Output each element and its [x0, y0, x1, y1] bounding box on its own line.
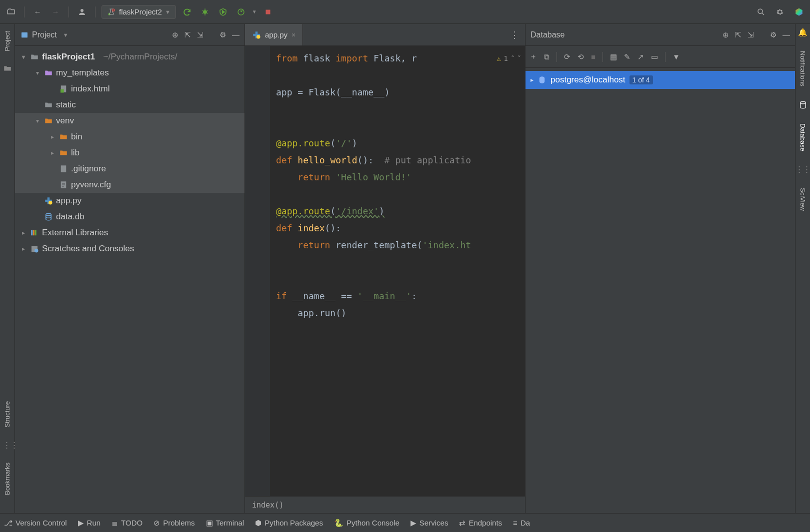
- tree-folder[interactable]: ▸ bin: [15, 129, 244, 145]
- run-config-selector[interactable]: flaskProject2 ▼: [102, 5, 176, 19]
- bell-icon[interactable]: 🔔: [798, 28, 808, 37]
- tree-file[interactable]: .gitignore: [15, 161, 244, 177]
- query-console-icon[interactable]: ▭: [651, 52, 658, 61]
- open-folder-icon[interactable]: [4, 5, 18, 19]
- nav-forward-icon[interactable]: →: [48, 5, 62, 19]
- notifications-tool-tab[interactable]: Notifications: [798, 48, 808, 89]
- chevron-right-icon[interactable]: ▸: [49, 133, 56, 140]
- inspection-widget[interactable]: ⚠ 1 ˄ ˅: [496, 50, 521, 67]
- datasource-label: postgres@localhost: [550, 75, 626, 85]
- tree-external-libs[interactable]: ▸ External Libraries: [15, 225, 244, 241]
- svg-point-3: [203, 10, 207, 14]
- table-icon[interactable]: ▦: [610, 52, 617, 61]
- database-icon[interactable]: [798, 100, 808, 109]
- expand-all-icon[interactable]: ⇱: [735, 30, 742, 39]
- tabs-overflow-icon[interactable]: ⋮: [504, 29, 525, 40]
- hide-icon[interactable]: —: [232, 30, 240, 39]
- chevron-right-icon[interactable]: ▸: [530, 76, 534, 83]
- structure-tool-tab[interactable]: Structure: [2, 398, 12, 431]
- expand-all-icon[interactable]: ⇱: [184, 30, 191, 39]
- close-icon[interactable]: ×: [292, 31, 296, 39]
- nav-back-icon[interactable]: ←: [30, 5, 44, 19]
- chevron-down-icon: ▼: [165, 9, 170, 15]
- locate-icon[interactable]: ⊕: [172, 30, 178, 39]
- tree-file[interactable]: pyvenv.cfg: [15, 177, 244, 193]
- chevron-down-icon[interactable]: ▾: [34, 69, 41, 76]
- status-todo[interactable]: ≣TODO: [112, 519, 142, 528]
- project-panel-title[interactable]: Project ▼: [20, 30, 68, 39]
- bookmarks-tool-tab[interactable]: Bookmarks: [2, 460, 12, 498]
- sciview-icon[interactable]: ⋮⋮: [796, 165, 810, 174]
- project-tree[interactable]: ▾ flaskProject1 ~/PycharmProjects/ ▾ my_…: [15, 46, 244, 513]
- gear-icon[interactable]: ⚙: [220, 30, 226, 39]
- jump-icon[interactable]: ↗: [638, 52, 644, 61]
- tree-scratches[interactable]: ▸ Scratches and Consoles: [15, 241, 244, 257]
- chevron-down-icon[interactable]: ▼: [252, 9, 257, 14]
- tree-folder[interactable]: ▸ lib: [15, 145, 244, 161]
- add-datasource-icon[interactable]: ＋: [530, 52, 537, 61]
- restart-icon[interactable]: [180, 5, 194, 19]
- tree-folder[interactable]: ▾ venv: [15, 113, 244, 129]
- python-icon: 🐍: [334, 519, 344, 528]
- status-endpoints[interactable]: ⇄Endpoints: [459, 519, 502, 528]
- database-tree[interactable]: ▸ postgres@localhost 1 of 4: [526, 68, 795, 92]
- chevron-up-icon[interactable]: ˄: [511, 50, 514, 67]
- debug-icon[interactable]: [198, 5, 212, 19]
- tree-folder[interactable]: static: [15, 97, 244, 113]
- status-python-console[interactable]: 🐍Python Console: [334, 519, 400, 528]
- folder-icon: [44, 68, 53, 77]
- svg-rect-7: [22, 32, 28, 37]
- status-services[interactable]: ▶Services: [410, 519, 448, 528]
- status-version-control[interactable]: ⎇Version Control: [4, 519, 67, 528]
- chevron-right-icon[interactable]: ▸: [20, 245, 27, 252]
- status-run[interactable]: ▶Run: [78, 519, 101, 528]
- chevron-right-icon[interactable]: ▸: [49, 149, 56, 156]
- status-problems[interactable]: ⊘Problems: [154, 519, 194, 528]
- jetbrains-icon[interactable]: [792, 5, 806, 19]
- settings-icon[interactable]: [773, 5, 787, 19]
- editor-breadcrumb[interactable]: index(): [245, 496, 525, 513]
- chevron-down-icon[interactable]: ˅: [518, 50, 521, 67]
- stop-icon[interactable]: [261, 5, 275, 19]
- svg-rect-9: [60, 89, 64, 93]
- collapse-all-icon[interactable]: ⇲: [197, 30, 204, 39]
- user-icon[interactable]: [75, 5, 89, 19]
- tree-file[interactable]: index.html: [15, 81, 244, 97]
- stop-icon[interactable]: ■: [591, 52, 596, 61]
- folder-icon[interactable]: [3, 64, 12, 73]
- tree-file[interactable]: data.db: [15, 209, 244, 225]
- chevron-right-icon[interactable]: ▸: [20, 229, 27, 236]
- refresh-icon[interactable]: ⟳: [564, 52, 570, 61]
- project-tool-tab[interactable]: Project: [2, 28, 12, 54]
- hide-icon[interactable]: —: [782, 30, 790, 39]
- chevron-down-icon[interactable]: ▾: [34, 117, 41, 124]
- gear-icon[interactable]: ⚙: [770, 30, 776, 39]
- collapse-all-icon[interactable]: ⇲: [748, 30, 754, 39]
- tree-file[interactable]: app.py: [15, 193, 244, 209]
- warning-icon: ⊘: [154, 519, 160, 528]
- tree-folder[interactable]: ▾ my_templates: [15, 65, 244, 81]
- status-terminal[interactable]: ▣Terminal: [206, 519, 244, 528]
- profile-icon[interactable]: [234, 5, 248, 19]
- tree-root[interactable]: ▾ flaskProject1 ~/PycharmProjects/: [15, 49, 244, 65]
- run-coverage-icon[interactable]: [216, 5, 230, 19]
- filter-icon[interactable]: ▼: [672, 52, 680, 61]
- edit-icon[interactable]: ✎: [624, 52, 630, 61]
- warning-icon: ⚠: [496, 50, 500, 67]
- datasource-row[interactable]: ▸ postgres@localhost 1 of 4: [526, 71, 795, 89]
- code-body[interactable]: from flask import Flask, r app = Flask(_…: [270, 46, 525, 496]
- code-editor[interactable]: from flask import Flask, r app = Flask(_…: [245, 46, 525, 496]
- duplicate-icon[interactable]: ⧉: [544, 52, 550, 61]
- editor-tab-app-py[interactable]: app.py ×: [245, 24, 303, 45]
- status-python-packages[interactable]: ⬢Python Packages: [255, 519, 323, 528]
- sync-icon[interactable]: ⟲: [578, 52, 584, 61]
- sciview-tool-tab[interactable]: SciView: [798, 185, 808, 214]
- svg-point-18: [34, 249, 38, 253]
- search-icon[interactable]: [754, 5, 768, 19]
- database-tool-tab[interactable]: Database: [798, 120, 808, 154]
- chevron-down-icon[interactable]: ▾: [20, 53, 27, 60]
- svg-point-19: [256, 35, 260, 39]
- locate-icon[interactable]: ⊕: [722, 30, 729, 39]
- status-database[interactable]: ≡Da: [513, 519, 530, 527]
- python-file-icon: [252, 30, 261, 39]
